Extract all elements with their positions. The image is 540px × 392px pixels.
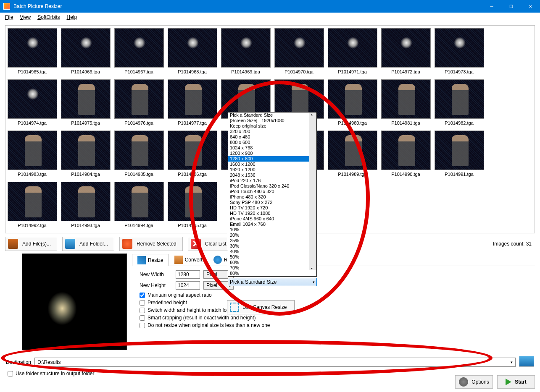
thumbnail-filename: P1014983.tga xyxy=(18,172,47,177)
dropdown-option[interactable]: 50% xyxy=(228,254,316,260)
thumbnail-item[interactable]: P1014976.tga xyxy=(112,79,166,130)
maximize-button[interactable]: ☐ xyxy=(501,0,521,13)
thumbnail-item[interactable]: P1014966.tga xyxy=(59,28,112,78)
thumbnail-item[interactable]: P1014970.tga xyxy=(272,28,326,78)
app-icon xyxy=(3,3,10,10)
thumbnail-item[interactable]: P1014994.tga xyxy=(112,182,166,232)
dropdown-option[interactable]: iPod Touch 480 x 320 xyxy=(228,189,316,194)
dropdown-option[interactable]: iPone 4/4S 960 x 640 xyxy=(228,216,316,222)
dropdown-option[interactable]: [Screen Size] - 1920x1080 xyxy=(228,118,316,123)
dropdown-option[interactable]: HD TV 1920 x 1080 xyxy=(228,211,316,216)
predefined-height-label: Predefined height xyxy=(148,300,187,306)
options-button[interactable]: Options xyxy=(455,375,493,389)
action-tabs: Resize Convert Rotate xyxy=(132,253,535,266)
thumbnail-item[interactable]: P1014981.tga xyxy=(379,79,432,130)
dropdown-option[interactable]: 20% xyxy=(228,233,316,238)
dropdown-option[interactable]: 10% xyxy=(228,227,316,233)
new-width-input[interactable] xyxy=(176,270,200,279)
add-files-button[interactable]: Add File(s)... xyxy=(5,237,57,251)
thumbnail-filename: P1014995.tga xyxy=(178,223,207,228)
standard-size-dropdown-list[interactable]: Pick a Standard Size[Screen Size] - 1920… xyxy=(228,112,317,277)
thumbnail-item[interactable]: P1014968.tga xyxy=(166,28,219,78)
thumbnail-item[interactable]: P1014983.tga xyxy=(5,131,59,181)
dropdown-option[interactable]: 1280 x 800 xyxy=(228,156,316,162)
use-folder-structure-checkbox[interactable] xyxy=(8,371,13,376)
dropdown-option[interactable]: 640 x 480 xyxy=(228,134,316,140)
dropdown-option[interactable]: iPod 220 x 176 xyxy=(228,178,316,183)
dropdown-option[interactable]: 1920 x 1200 xyxy=(228,167,316,172)
thumbnail-item[interactable]: P1014973.tga xyxy=(432,28,486,78)
new-height-input[interactable] xyxy=(176,281,200,290)
destination-combo[interactable]: D:\Results ▾ xyxy=(34,358,516,367)
menu-file[interactable]: File xyxy=(2,13,16,21)
thumbnail-item[interactable]: P1014991.tga xyxy=(432,131,486,181)
standard-size-combo[interactable]: Pick a Standard Size ▾ xyxy=(228,278,317,286)
thumbnail-item[interactable]: P1014986.tga xyxy=(166,131,219,181)
window-title: Batch Picture Resizer xyxy=(13,3,482,9)
thumbnail-item[interactable]: P1014974.tga xyxy=(5,79,59,130)
no-resize-smaller-checkbox[interactable] xyxy=(140,323,145,328)
dropdown-option[interactable]: 70% xyxy=(228,265,316,271)
thumbnail-item[interactable]: P1014993.tga xyxy=(59,182,112,232)
thumbnail-item[interactable]: P1014977.tga xyxy=(166,79,219,130)
dropdown-scrollbar[interactable] xyxy=(309,112,316,270)
dropdown-option[interactable]: 40% xyxy=(228,249,316,254)
thumbnail-filename: P1014973.tga xyxy=(445,69,474,74)
close-button[interactable]: ✕ xyxy=(521,0,540,13)
thumbnail-filename: P1014991.tga xyxy=(445,172,474,177)
thumbnail-item[interactable]: P1014980.tga xyxy=(326,79,379,130)
thumbnail-item[interactable]: P1014965.tga xyxy=(5,28,59,78)
thumbnail-item[interactable]: P1014985.tga xyxy=(112,131,166,181)
thumbnail-item[interactable]: P1014995.tga xyxy=(166,182,219,232)
dropdown-option[interactable]: Sony PSP 480 x 272 xyxy=(228,200,316,205)
thumbnail-item[interactable]: P1014990.tga xyxy=(379,131,432,181)
thumbnail-filename: P1014966.tga xyxy=(71,69,100,74)
dropdown-option[interactable]: 800 x 600 xyxy=(228,140,316,145)
new-width-label: New Width xyxy=(140,272,172,277)
dropdown-option[interactable]: 25% xyxy=(228,238,316,243)
dropdown-option[interactable]: HD TV 1920 x 720 xyxy=(228,205,316,211)
add-folder-button[interactable]: Add Folder... xyxy=(62,237,114,251)
dropdown-option[interactable]: iPhone 480 x 320 xyxy=(228,194,316,200)
thumbnail-item[interactable]: P1014984.tga xyxy=(59,131,112,181)
destination-value: D:\Results xyxy=(37,359,61,365)
switch-wh-checkbox[interactable] xyxy=(140,308,145,313)
thumbnail-item[interactable]: P1014975.tga xyxy=(59,79,112,130)
maintain-aspect-checkbox[interactable] xyxy=(140,293,145,298)
tab-convert[interactable]: Convert xyxy=(169,253,208,266)
thumbnail-item[interactable]: P1014989.tga xyxy=(326,131,379,181)
dropdown-option[interactable]: Keep original size xyxy=(228,123,316,129)
menu-softorbits[interactable]: SoftOrbits xyxy=(34,13,63,21)
predefined-height-checkbox[interactable] xyxy=(140,300,145,306)
destination-label: Destination xyxy=(6,359,31,365)
dropdown-option[interactable]: 1600 x 1200 xyxy=(228,162,316,167)
no-resize-smaller-label: Do not resize when original size is less… xyxy=(148,322,270,328)
start-button[interactable]: Start xyxy=(497,375,535,389)
tab-resize[interactable]: Resize xyxy=(132,254,169,266)
gear-icon xyxy=(459,377,468,387)
thumbnail-item[interactable]: P1014969.tga xyxy=(219,28,272,78)
thumbnail-item[interactable]: P1014967.tga xyxy=(112,28,166,78)
dropdown-option[interactable]: 1200 x 900 xyxy=(228,151,316,156)
menu-help[interactable]: Help xyxy=(63,13,81,21)
thumbnail-item[interactable]: P1014971.tga xyxy=(326,28,379,78)
clear-list-button[interactable]: Clear List xyxy=(188,237,233,251)
dropdown-option[interactable]: Email 1024 x 768 xyxy=(228,222,316,227)
dropdown-option[interactable]: 1024 x 768 xyxy=(228,145,316,151)
thumbnail-item[interactable]: P1014972.tga xyxy=(379,28,432,78)
thumbnail-item[interactable]: P1014982.tga xyxy=(432,79,486,130)
dropdown-option[interactable]: iPod Classic/Nano 320 x 240 xyxy=(228,183,316,189)
remove-selected-button[interactable]: Remove Selected xyxy=(119,237,183,251)
smart-crop-checkbox[interactable] xyxy=(140,315,145,321)
dropdown-option[interactable]: 2048 x 1536 xyxy=(228,172,316,178)
canvas-resize-button[interactable]: Use Canvas Resize xyxy=(227,300,295,314)
dropdown-option[interactable]: 30% xyxy=(228,243,316,249)
minimize-button[interactable]: ─ xyxy=(482,0,501,13)
browse-destination-button[interactable] xyxy=(519,356,534,367)
dropdown-option[interactable]: 60% xyxy=(228,260,316,265)
dropdown-option[interactable]: Pick a Standard Size xyxy=(228,112,316,118)
dropdown-option[interactable]: 80% xyxy=(228,271,316,276)
dropdown-option[interactable]: 320 x 200 xyxy=(228,129,316,134)
thumbnail-item[interactable]: P1014992.tga xyxy=(5,182,59,232)
menu-view[interactable]: View xyxy=(16,13,34,21)
